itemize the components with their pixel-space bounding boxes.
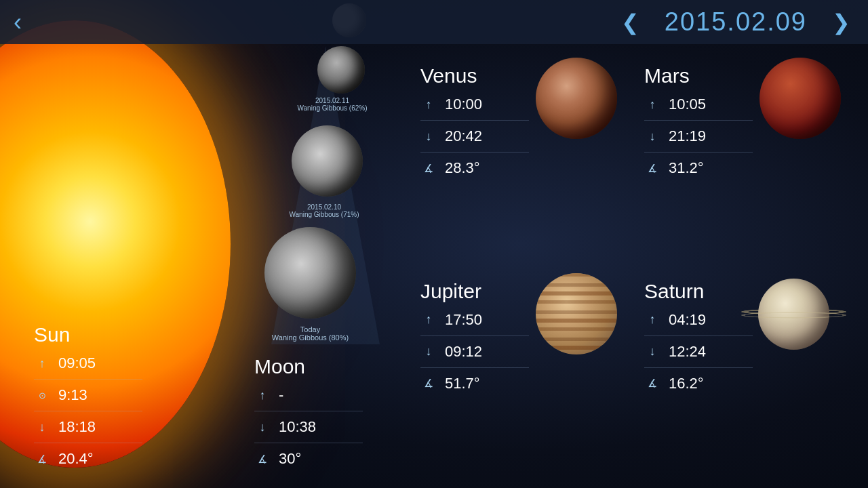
mars-set-row: ↓ 21:19	[644, 127, 753, 145]
sun-set-row: ↓ 18:18	[34, 418, 170, 436]
mars-azimuth-icon: ∡	[644, 162, 660, 175]
current-date: 2015.02.09	[665, 7, 807, 37]
moon-stats: ↑ - ↓ 10:38 ∡ 30°	[254, 386, 390, 468]
azimuth-icon: ∡	[34, 453, 50, 466]
moon-date-1: 2015.02.10 Waning Gibbous (71%)	[283, 203, 365, 218]
moon-date-2: 2015.02.11 Waning Gibbous (62%)	[292, 97, 373, 112]
mars-set: 21:19	[669, 127, 706, 145]
saturn-cell: Saturn ↑ 04:19 ↓ 12:24 ∡ 16.2°	[631, 266, 854, 482]
sun-azimuth: 20.4°	[58, 450, 94, 468]
jupiter-stats: ↑ 17:50 ↓ 09:12 ∡ 51.7°	[420, 311, 529, 392]
prev-date-button[interactable]: ❮	[617, 9, 644, 35]
sun-azimuth-row: ∡ 20.4°	[34, 450, 170, 468]
moon-rise-time: -	[279, 386, 283, 404]
moon-phase-today	[264, 227, 356, 319]
saturn-name: Saturn	[644, 280, 704, 303]
moon-rise-icon: ↑	[254, 388, 271, 403]
sun-rise-row: ↑ 09:05	[34, 354, 170, 372]
saturn-container	[739, 266, 848, 361]
moon-today-label: Today Waning Gibbous (80%)	[264, 325, 356, 342]
sun-transit-row: ⊙ 9:13	[34, 386, 170, 404]
mars-rise-icon: ↑	[644, 98, 660, 112]
venus-azimuth: 28.3°	[445, 159, 480, 177]
mars-stats: ↑ 10:05 ↓ 21:19 ∡ 31.2°	[644, 96, 753, 177]
sun-name: Sun	[34, 323, 170, 346]
venus-image	[536, 58, 617, 139]
venus-rise: 10:00	[445, 96, 482, 113]
sun-section: Sun ↑ 09:05 ⊙ 9:13 ↓ 18:18 ∡ 20.4°	[34, 320, 170, 468]
saturn-azimuth-icon: ∡	[644, 377, 660, 390]
moon-azimuth-row: ∡ 30°	[254, 450, 390, 468]
venus-stats: ↑ 10:00 ↓ 20:42 ∡ 28.3°	[420, 96, 529, 177]
jupiter-image	[536, 273, 617, 354]
sun-set-time: 18:18	[58, 418, 96, 436]
mars-rise-row: ↑ 10:05	[644, 96, 753, 113]
jupiter-rise: 17:50	[445, 311, 482, 329]
date-navigation: ❮ 2015.02.09 ❯	[617, 7, 854, 37]
moon-phase-medium	[292, 125, 363, 197]
transit-icon: ⊙	[34, 390, 50, 401]
jupiter-name: Jupiter	[420, 280, 481, 303]
sun-stats: ↑ 09:05 ⊙ 9:13 ↓ 18:18 ∡ 20.4°	[34, 354, 170, 468]
venus-set-row: ↓ 20:42	[420, 127, 529, 145]
venus-rise-row: ↑ 10:00	[420, 96, 529, 113]
venus-set-icon: ↓	[420, 129, 437, 144]
jupiter-set-row: ↓ 09:12	[420, 343, 529, 361]
jupiter-set-icon: ↓	[420, 344, 437, 359]
venus-set: 20:42	[445, 127, 482, 145]
mars-azimuth-row: ∡ 31.2°	[644, 159, 753, 177]
next-date-button[interactable]: ❯	[827, 9, 854, 35]
moon-name: Moon	[254, 355, 390, 378]
saturn-ring-front	[741, 312, 846, 318]
back-button[interactable]: ‹	[14, 8, 22, 37]
rise-icon: ↑	[34, 357, 50, 371]
mars-set-icon: ↓	[644, 129, 660, 144]
jupiter-rise-icon: ↑	[420, 312, 437, 327]
moon-azimuth: 30°	[279, 450, 301, 468]
venus-name: Venus	[420, 64, 477, 87]
jupiter-azimuth-icon: ∡	[420, 377, 437, 390]
venus-azimuth-row: ∡ 28.3°	[420, 159, 529, 177]
saturn-azimuth-row: ∡ 16.2°	[644, 375, 753, 392]
jupiter-rise-row: ↑ 17:50	[420, 311, 529, 329]
jupiter-set: 09:12	[445, 343, 482, 361]
saturn-azimuth: 16.2°	[669, 375, 704, 392]
sun-rise-time: 09:05	[58, 354, 96, 372]
moon-phase-small	[317, 46, 365, 94]
moon-section: Moon ↑ - ↓ 10:38 ∡ 30°	[254, 352, 390, 468]
mars-azimuth: 31.2°	[669, 159, 704, 177]
jupiter-azimuth: 51.7°	[445, 375, 480, 392]
moon-set-row: ↓ 10:38	[254, 418, 390, 436]
saturn-set-icon: ↓	[644, 344, 660, 359]
mars-image	[760, 58, 841, 139]
saturn-set: 12:24	[669, 343, 706, 361]
saturn-set-row: ↓ 12:24	[644, 343, 753, 361]
sun-transit-time: 9:13	[58, 386, 87, 404]
saturn-rise-icon: ↑	[644, 312, 660, 327]
venus-rise-icon: ↑	[420, 98, 437, 112]
jupiter-cell: Jupiter ↑ 17:50 ↓ 09:12 ∡ 51.7°	[407, 266, 631, 482]
planets-grid: Venus ↑ 10:00 ↓ 20:42 ∡ 28.3° Mars ↑	[393, 44, 868, 488]
saturn-rise-row: ↑ 04:19	[644, 311, 753, 329]
venus-azimuth-icon: ∡	[420, 162, 437, 175]
saturn-stats: ↑ 04:19 ↓ 12:24 ∡ 16.2°	[644, 311, 753, 392]
saturn-rise: 04:19	[669, 311, 706, 329]
jupiter-bands	[536, 273, 617, 354]
moon-azimuth-icon: ∡	[254, 453, 271, 466]
venus-cell: Venus ↑ 10:00 ↓ 20:42 ∡ 28.3°	[407, 51, 631, 266]
set-icon: ↓	[34, 420, 50, 434]
mars-cell: Mars ↑ 10:05 ↓ 21:19 ∡ 31.2°	[631, 51, 854, 266]
mars-name: Mars	[644, 64, 690, 87]
top-bar: ‹ ❮ 2015.02.09 ❯	[0, 0, 868, 44]
mars-rise: 10:05	[669, 96, 706, 113]
moon-rise-row: ↑ -	[254, 386, 390, 404]
moon-set-icon: ↓	[254, 420, 271, 434]
moon-set-time: 10:38	[279, 418, 316, 436]
jupiter-azimuth-row: ∡ 51.7°	[420, 375, 529, 392]
